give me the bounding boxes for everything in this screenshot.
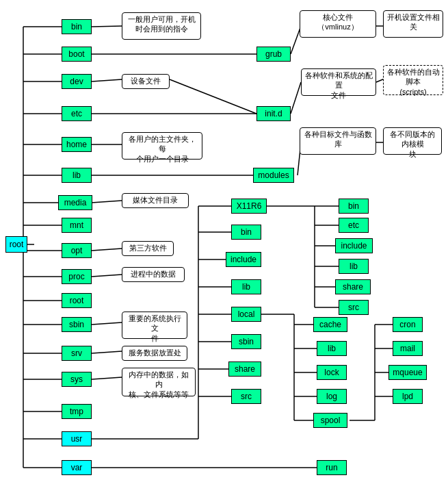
sys-node: sys: [62, 372, 92, 387]
srv-node: srv: [62, 346, 92, 361]
root-dir-node: root: [62, 293, 92, 308]
sys-annotation: 内存中的数据，如内核、文件系统等等: [122, 368, 196, 396]
tmp-node: tmp: [62, 404, 92, 419]
etc-node: etc: [62, 106, 92, 121]
modules-node: modules: [253, 168, 294, 183]
initd-node: init.d: [256, 106, 291, 121]
x11-share-node: share: [335, 279, 371, 294]
mail-node: mail: [393, 341, 423, 356]
var-node: var: [62, 460, 92, 475]
svg-line-20: [92, 79, 122, 81]
lib-annotation: 各种目标文件与函数库: [300, 127, 376, 155]
proc-annotation: 进程中的数据: [122, 267, 185, 282]
svg-line-25: [92, 201, 122, 203]
svg-line-34: [291, 82, 301, 114]
var-run-node: run: [317, 460, 347, 475]
opt-annotation: 第三方软件: [122, 241, 174, 256]
mqueue-node: mqueue: [388, 365, 427, 380]
proc-node: proc: [62, 269, 92, 284]
dev-node: dev: [62, 74, 92, 89]
var-lib-node: lib: [317, 341, 347, 356]
bin-annotation: 一般用户可用，开机时会用到的指令: [122, 12, 201, 40]
dev-annotation: 设备文件: [122, 74, 170, 89]
svg-line-27: [92, 275, 122, 277]
x11r6-node: X11R6: [231, 199, 267, 214]
cron-node: cron: [393, 317, 423, 332]
boot-node: boot: [62, 47, 92, 62]
sbin-annotation: 重要的系统执行文件: [122, 312, 187, 339]
lib-kernel-annotation: 各不同版本的内核模块: [383, 127, 442, 155]
mnt-node: mnt: [62, 218, 92, 233]
svg-line-30: [92, 377, 122, 379]
lpd-node: lpd: [393, 389, 423, 404]
usr-sbin-node: sbin: [231, 334, 261, 349]
usr-lib-node: lib: [231, 279, 261, 294]
grub-node: grub: [256, 47, 291, 62]
x11-lib-node: lib: [339, 259, 369, 274]
sbin-node: sbin: [62, 317, 92, 332]
scripts-annotation: 各种软件的自动脚本(scripts): [383, 65, 443, 95]
vmlinuz-annotation: 核心文件（vmlinuz）: [300, 10, 376, 38]
x11-etc-node: etc: [339, 218, 369, 233]
home-annotation: 各用户的主文件夹，每个用户一个目录: [122, 132, 202, 160]
usr-share-node: share: [228, 361, 261, 377]
root-node: root: [5, 236, 27, 253]
etc-annotation: 各种软件和系统的配置文件: [301, 68, 376, 96]
usr-src-node: src: [231, 389, 261, 404]
svg-line-29: [92, 351, 122, 353]
x11-bin-node: bin: [339, 199, 369, 214]
usr-include-node: include: [226, 252, 261, 267]
local-node: local: [231, 307, 261, 322]
media-node: media: [58, 195, 92, 210]
svg-line-21: [170, 79, 256, 114]
opt-node: opt: [62, 243, 92, 258]
var-log-node: log: [317, 389, 347, 404]
svg-line-19: [92, 26, 122, 27]
diagram: root bin boot dev etc home lib media mnt…: [0, 0, 448, 495]
bootset-annotation: 开机设置文件相关: [383, 10, 443, 38]
root-label: root: [10, 240, 24, 249]
home-node: home: [62, 137, 92, 152]
lib-node: lib: [62, 168, 92, 183]
var-lock-node: lock: [317, 365, 347, 380]
svg-line-26: [92, 249, 122, 251]
usr-bin-node: bin: [231, 225, 261, 240]
svg-line-28: [92, 322, 122, 325]
x11-include-node: include: [335, 238, 373, 253]
media-annotation: 媒体文件目录: [122, 193, 189, 208]
bin-node: bin: [62, 19, 92, 34]
srv-annotation: 服务数据放置处: [122, 346, 187, 361]
usr-node: usr: [62, 431, 92, 446]
var-cache-node: cache: [313, 317, 347, 332]
var-spool-node: spool: [313, 413, 347, 428]
x11-src-node: src: [339, 300, 369, 315]
